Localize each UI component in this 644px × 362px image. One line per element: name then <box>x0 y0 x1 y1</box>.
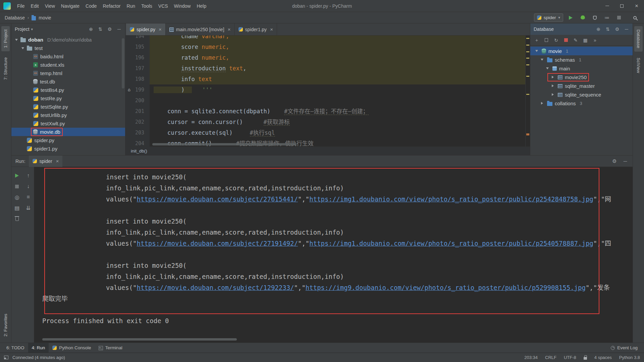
hide-panel-icon[interactable]: ─ <box>623 159 628 164</box>
database-item-sqlite-sequence[interactable]: sqlite_sequence <box>530 90 633 99</box>
code-text[interactable]: cursor = conn.cursor() #获取游标 <box>150 117 530 127</box>
coverage-button[interactable] <box>590 13 599 22</box>
code-text[interactable]: info text <box>150 74 530 84</box>
editor-tab-spider-py[interactable]: spider.py× <box>126 23 166 35</box>
close-icon[interactable]: × <box>228 26 231 32</box>
sort-icon[interactable]: ⇅ <box>605 26 610 32</box>
debug-button[interactable] <box>578 13 587 22</box>
run-clear-icon[interactable] <box>13 215 21 223</box>
tool-button-1-project[interactable]: 1: Project <box>1 26 10 51</box>
menu-refactor[interactable]: Refactor <box>100 2 124 10</box>
status-line-separator[interactable]: CRLF <box>545 355 556 360</box>
run-soft-wrap-icon[interactable]: ≡ <box>24 193 32 201</box>
database-item-collations[interactable]: collations3 <box>530 99 633 108</box>
db-grid-view-icon[interactable]: ▦ <box>583 38 588 43</box>
tool-button-2-favorites[interactable]: 2: Favorites <box>1 310 10 340</box>
database-item-schemas[interactable]: schemas1 <box>530 55 633 64</box>
project-item-test[interactable]: test <box>11 44 125 52</box>
status-indent[interactable]: 4 spaces <box>594 355 612 360</box>
editor-tab-spider1-py[interactable]: spider1.py× <box>235 23 277 35</box>
console-link[interactable]: https://movie.douban.com/subject/2761544… <box>137 195 298 203</box>
tree-right-arrow-icon[interactable] <box>550 76 555 78</box>
run-print-icon[interactable]: ▤ <box>13 204 21 212</box>
stop-button[interactable] <box>614 13 624 22</box>
hide-panel-icon[interactable]: ─ <box>624 26 629 32</box>
close-icon[interactable]: × <box>56 158 59 164</box>
project-item-testsqlite-py[interactable]: testSqlite.py <box>11 103 125 111</box>
project-item-movie-db[interactable]: movie.db <box>11 128 125 136</box>
search-everywhere-button[interactable] <box>630 13 639 22</box>
menu-tools[interactable]: Tools <box>138 2 155 10</box>
menu-code[interactable]: Code <box>83 2 100 10</box>
database-item-sqlite-master[interactable]: sqlite_master <box>530 81 633 90</box>
run-up-arrow-icon[interactable]: ↑ <box>24 172 32 180</box>
menu-file[interactable]: File <box>14 2 28 10</box>
db-refresh-icon[interactable]: ↻ <box>553 38 559 43</box>
tool-button-database[interactable]: Database <box>634 26 643 52</box>
project-item-testurllib-py[interactable]: testUrllib.py <box>11 111 125 119</box>
breadcrumb-movie[interactable]: movie <box>39 15 51 20</box>
menu-view[interactable]: View <box>42 2 58 10</box>
status-connection[interactable]: Connected (4 minutes ago) <box>12 355 65 360</box>
code-text[interactable]: instroduction text, <box>150 63 530 74</box>
run-button[interactable] <box>566 13 575 22</box>
menu-edit[interactable]: Edit <box>28 2 42 10</box>
tool-button-7-structure[interactable]: 7: Structure <box>1 54 10 83</box>
project-item-testbs4-py[interactable]: testBs4.py <box>11 86 125 94</box>
close-button[interactable]: × <box>629 0 644 12</box>
db-duplicate-icon[interactable] <box>544 38 549 43</box>
project-item-baidu-html[interactable]: baidu.html <box>11 52 125 61</box>
code-text[interactable]: conn = sqlite3.connect(dbpath) #文件存在—连接；… <box>150 106 530 117</box>
run-tab-spider[interactable]: spider × <box>29 156 63 167</box>
tree-down-arrow-icon[interactable] <box>539 59 545 61</box>
tree-right-arrow-icon[interactable] <box>550 84 555 87</box>
breadcrumb-function[interactable]: init_db() <box>131 148 147 154</box>
db-add-icon[interactable]: + <box>534 38 539 43</box>
project-item-testre-py[interactable]: testRe.py <box>11 94 125 103</box>
run-down-arrow-icon[interactable]: ↓ <box>24 182 32 190</box>
toolwindow-python-console[interactable]: Python Console <box>49 343 95 353</box>
database-item-movie250[interactable]: movie250 <box>530 73 633 81</box>
run-pin-icon[interactable]: ◎ <box>13 193 21 201</box>
editor-horizontal-scrollbar[interactable] <box>152 143 297 145</box>
console[interactable]: insert into movie250(info_link,pic_link,… <box>34 167 633 343</box>
breadcrumb-database[interactable]: Database <box>5 15 25 20</box>
maximize-button[interactable] <box>614 0 629 12</box>
locate-icon[interactable]: ⊕ <box>596 26 601 32</box>
code-text[interactable]: ) ''' <box>150 84 530 95</box>
menu-help[interactable]: Help <box>194 2 209 10</box>
db-more-icon[interactable]: » <box>592 38 598 43</box>
menu-window[interactable]: Window <box>171 2 194 10</box>
close-icon[interactable]: × <box>159 26 162 32</box>
tree-down-arrow-icon[interactable] <box>13 39 19 41</box>
tree-right-arrow-icon[interactable] <box>550 93 555 96</box>
lock-icon[interactable] <box>584 357 587 360</box>
project-item-testxwlt-py[interactable]: testXwlt.py <box>11 119 125 128</box>
gear-icon[interactable]: ⚙ <box>612 159 617 164</box>
menu-navigate[interactable]: Navigate <box>58 2 83 10</box>
toolwindow-terminal[interactable]: Terminal <box>95 343 126 353</box>
editor-tab-main-movie250-movie[interactable]: main.movie250 [movie]× <box>166 23 235 35</box>
project-scrollbar[interactable] <box>122 38 124 88</box>
db-edit-icon[interactable]: ✎ <box>573 38 578 43</box>
project-item-spider-py[interactable]: spider.py <box>11 136 125 144</box>
console-link[interactable]: https://img9.doubanio.com/view/photo/s_r… <box>306 284 586 291</box>
profiler-button[interactable]: ≔ <box>602 13 611 22</box>
console-link[interactable]: https://img1.doubanio.com/view/photo/s_r… <box>309 240 593 247</box>
tree-down-arrow-icon[interactable] <box>544 67 550 69</box>
toolwindow-4-run[interactable]: 4: Run <box>28 343 49 353</box>
project-item-test-db[interactable]: test.db <box>11 77 125 86</box>
project-item-spider1-py[interactable]: spider1.py <box>11 144 125 153</box>
gear-icon[interactable]: ⚙ <box>107 26 112 32</box>
run-rerun-icon[interactable] <box>13 172 21 180</box>
run-scroll-to-end-icon[interactable]: ⇊ <box>24 204 32 212</box>
locate-icon[interactable]: ⊕ <box>88 26 94 32</box>
project-item-temp-html[interactable]: temp.html <box>11 69 125 77</box>
close-icon[interactable]: × <box>270 26 273 32</box>
console-horizontal-scrollbar[interactable] <box>42 338 237 341</box>
code-text[interactable]: rated numeric, <box>150 52 530 63</box>
gear-icon[interactable]: ⚙ <box>614 26 620 32</box>
project-item-doban[interactable]: dobanD:\demo\shixun\doba <box>11 36 125 44</box>
code-text[interactable]: cursor.execute(sql) #执行sql <box>150 127 530 138</box>
tree-down-arrow-icon[interactable] <box>20 47 25 49</box>
